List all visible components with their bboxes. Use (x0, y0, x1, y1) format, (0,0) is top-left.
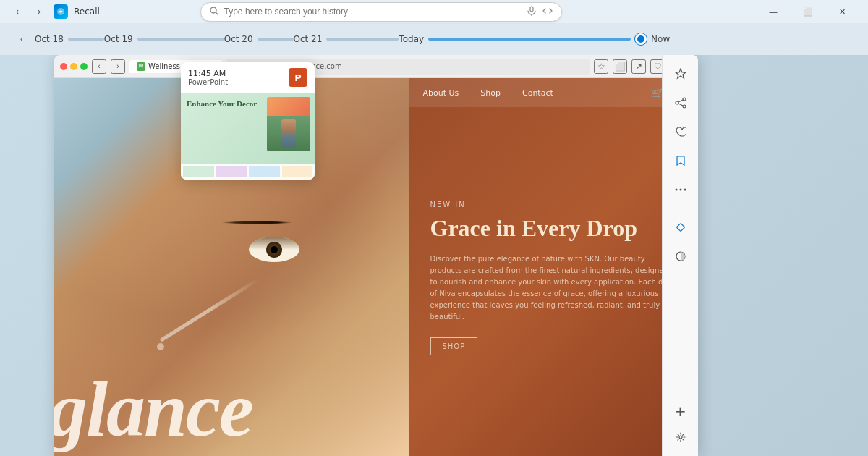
eye-white (249, 237, 299, 262)
svg-rect-3 (530, 7, 533, 12)
timeline-track-oct20 (258, 38, 294, 41)
thumb-2 (216, 166, 247, 177)
ppt-time: 11:45 AM (188, 69, 228, 78)
sidebar-half-circle-btn[interactable] (668, 243, 694, 269)
site-nav-contact[interactable]: Contact (522, 88, 553, 98)
slide-img-bottom (267, 116, 310, 151)
forward-button[interactable]: › (30, 3, 48, 20)
svg-rect-14 (676, 223, 684, 231)
timeline-oct18[interactable]: Oct 18 (35, 34, 104, 44)
sidebar-heart-btn[interactable] (668, 119, 694, 145)
browser-forward-button[interactable]: › (111, 59, 125, 74)
ppt-slide-title: Enhance Your Decor (187, 98, 268, 109)
svg-point-16 (679, 436, 682, 439)
sidebar-favorites-btn[interactable] (668, 61, 694, 87)
svg-line-10 (678, 104, 683, 106)
svg-point-11 (675, 189, 677, 191)
sidebar-add-btn[interactable]: + (668, 398, 694, 424)
svg-point-6 (683, 98, 686, 101)
search-icon (210, 7, 218, 17)
code-button[interactable] (542, 6, 553, 18)
search-input[interactable] (224, 7, 521, 17)
thumb-1 (183, 166, 214, 177)
timeline-track-oct19 (137, 38, 224, 41)
timeline-oct19[interactable]: Oct 19 (104, 34, 224, 44)
browser-tab-icon: W (137, 62, 145, 71)
eye-pupil (271, 246, 278, 253)
timeline-now-label: Now (651, 34, 670, 44)
sidebar-settings-btn[interactable] (668, 424, 694, 450)
slide-thumbnails (181, 164, 315, 180)
site-nav-about[interactable]: About Us (423, 88, 459, 98)
sidebar-bottom: + (668, 398, 694, 450)
shop-button[interactable]: SHOP (430, 337, 478, 355)
window-controls: — ⬜ ✕ (757, 0, 859, 23)
new-in-label: NEW IN (430, 200, 677, 208)
timeline-oct19-label: Oct 19 (104, 34, 133, 44)
timeline-oct21-label: Oct 21 (294, 34, 323, 44)
browser-bookmark-button[interactable]: ☆ (594, 59, 608, 74)
browser-tab-button[interactable]: ⬜ (613, 59, 627, 74)
svg-line-2 (216, 12, 218, 14)
slide-text-area: Enhance Your Decor (187, 98, 268, 109)
slide-img-top (267, 97, 310, 116)
site-right-panel: About Us Shop Contact 🛒 👤 NEW IN Grace i… (409, 78, 699, 456)
timeline-dot (635, 33, 647, 45)
close-button[interactable]: ✕ (826, 0, 859, 23)
browser-back-button[interactable]: ‹ (92, 59, 106, 74)
app-title: Recall (74, 7, 100, 17)
serum-drop (157, 343, 164, 350)
maximize-button[interactable]: ⬜ (791, 0, 825, 23)
svg-line-9 (678, 100, 683, 102)
traffic-green (80, 63, 88, 70)
glance-hero-text: glance (54, 371, 252, 449)
mic-button[interactable] (527, 6, 537, 18)
timeline-today[interactable]: Today (399, 33, 647, 45)
nav-buttons: ‹ › (9, 3, 48, 20)
minimize-button[interactable]: — (757, 0, 790, 23)
timeline-track-today (428, 38, 631, 41)
ppt-slide-preview: Enhance Your Decor (181, 93, 315, 180)
title-bar: ‹ › Recall (0, 0, 868, 23)
traffic-lights (60, 63, 88, 70)
svg-point-13 (684, 189, 686, 191)
site-nav-shop[interactable]: Shop (480, 88, 501, 98)
ppt-header: 11:45 AM PowerPoint P (181, 62, 315, 93)
browser-chrome: ‹ › W Wellness Glance ✕ https://wellness… (54, 55, 698, 78)
edge-sidebar: + (662, 55, 698, 456)
traffic-yellow (70, 63, 77, 70)
powerpoint-popup[interactable]: 11:45 AM PowerPoint P Enhance Your Decor (181, 62, 315, 180)
timeline-oct20[interactable]: Oct 20 (224, 34, 294, 44)
sidebar-share-btn[interactable] (668, 90, 694, 116)
svg-point-7 (676, 101, 678, 104)
eye-area (249, 237, 299, 262)
ppt-info: 11:45 AM PowerPoint (188, 69, 228, 86)
timeline-track-oct18 (68, 38, 104, 41)
search-bar[interactable] (200, 2, 562, 22)
timeline-track-oct21 (326, 38, 399, 41)
browser-share-button[interactable]: ↗ (631, 59, 646, 74)
timeline-today-label: Today (399, 34, 424, 44)
wellness-site: glance About Us Shop Contact 🛒 👤 NE (54, 78, 698, 456)
timeline-oct20-label: Oct 20 (224, 34, 253, 44)
site-content: NEW IN Grace in Every Drop Discover the … (430, 200, 677, 355)
eyelash-area (224, 221, 289, 229)
sidebar-bookmark-btn[interactable] (668, 148, 694, 174)
product-title: Grace in Every Drop (430, 214, 677, 242)
eyelash-bar (221, 221, 292, 224)
thumb-4 (282, 166, 313, 177)
sidebar-more-btn[interactable] (668, 177, 694, 203)
thumb-3 (249, 166, 280, 177)
sidebar-diamond-btn[interactable] (668, 214, 694, 240)
slide-person (281, 119, 296, 148)
timeline-bar: ‹ Oct 18 Oct 19 Oct 20 Oct 21 Today Now (0, 23, 868, 55)
svg-point-8 (683, 105, 686, 108)
back-button[interactable]: ‹ (9, 3, 26, 20)
timeline-back-button[interactable]: ‹ (14, 32, 29, 46)
svg-point-12 (679, 189, 681, 191)
main-content: ‹ › W Wellness Glance ✕ https://wellness… (0, 55, 868, 456)
eye-iris (266, 242, 282, 258)
ppt-app-name: PowerPoint (188, 78, 228, 86)
timeline-oct21[interactable]: Oct 21 (294, 34, 399, 44)
site-nav: About Us Shop Contact 🛒 👤 (409, 78, 699, 107)
